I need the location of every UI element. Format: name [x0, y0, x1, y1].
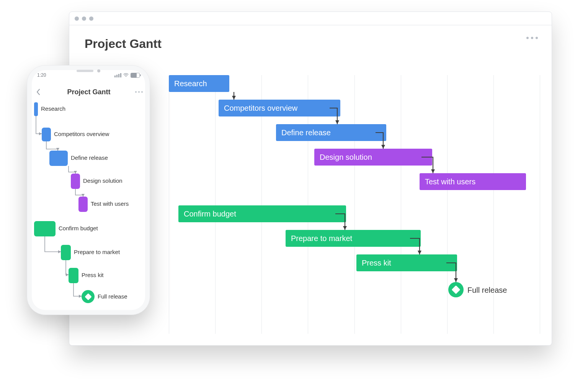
- bar-label: Test with users: [425, 177, 475, 186]
- page-title: Project Gantt: [85, 37, 536, 51]
- chevron-left-icon: [36, 89, 40, 95]
- svg-marker-11: [58, 250, 61, 253]
- bar-label: Prepare to market: [74, 249, 120, 255]
- bar-label: Research: [174, 79, 207, 88]
- gantt-milestone-full-release[interactable]: [82, 290, 95, 303]
- dots-icon: [536, 37, 538, 39]
- dots-icon: [141, 91, 143, 93]
- wifi-icon: [123, 73, 129, 77]
- window-titlebar: [69, 12, 552, 25]
- bar-label: Define release: [281, 128, 331, 137]
- gantt-bar-design-solution[interactable]: [71, 174, 80, 189]
- bar-label: Competitors overview: [54, 131, 109, 137]
- gantt-bar-design-solution[interactable]: Design solution: [314, 149, 432, 166]
- dots-icon: [138, 91, 140, 93]
- svg-marker-1: [335, 120, 339, 124]
- bar-label: Press kit: [362, 259, 391, 267]
- dots-icon: [531, 37, 533, 39]
- gantt-bar-test-users[interactable]: Test with users: [420, 173, 526, 190]
- phone-notch: [77, 69, 100, 72]
- phone-menu-button[interactable]: [135, 91, 143, 93]
- bar-label: Competitors overview: [224, 104, 297, 113]
- bar-label: Define release: [71, 154, 108, 161]
- bar-label: Design solution: [83, 177, 122, 184]
- bar-label: Prepare to market: [291, 234, 352, 243]
- bar-label: Test with users: [91, 200, 129, 207]
- bar-label: Design solution: [320, 153, 372, 162]
- gantt-bars: Research Competitors overview Define rel…: [169, 75, 540, 334]
- bar-label: Press kit: [82, 272, 104, 278]
- gantt-milestone-full-release[interactable]: [448, 282, 464, 297]
- gantt-bar-competitors[interactable]: [42, 128, 51, 141]
- svg-marker-12: [66, 273, 69, 276]
- bar-label: Confirm budget: [184, 210, 236, 218]
- gantt-bar-define-release[interactable]: [49, 151, 68, 166]
- phone-page-title: Project Gantt: [67, 88, 110, 96]
- traffic-light-close[interactable]: [75, 16, 79, 21]
- svg-marker-8: [56, 148, 59, 151]
- gantt-bar-confirm-budget[interactable]: [34, 221, 56, 236]
- svg-marker-13: [79, 295, 82, 298]
- svg-marker-4: [343, 226, 347, 230]
- svg-marker-9: [74, 171, 77, 174]
- gantt-bar-prepare-market[interactable]: Prepare to market: [286, 230, 421, 247]
- milestone-label: Full release: [467, 286, 507, 295]
- gantt-bar-define-release[interactable]: Define release: [276, 124, 386, 141]
- gantt-bar-press-kit[interactable]: [69, 268, 78, 283]
- gantt-bar-research[interactable]: Research: [169, 75, 229, 92]
- svg-marker-3: [431, 169, 435, 173]
- phone-header: Project Gantt: [34, 84, 143, 100]
- svg-marker-0: [232, 96, 236, 100]
- phone-device: 1:20 Project Gantt Research Competitors …: [27, 65, 150, 315]
- back-button[interactable]: [34, 88, 42, 96]
- gantt-bar-research[interactable]: [34, 102, 38, 116]
- bar-label: Research: [41, 105, 65, 112]
- speaker-icon: [77, 70, 93, 72]
- svg-marker-10: [82, 194, 85, 197]
- phone-status-bar: 1:20: [37, 72, 140, 78]
- gantt-chart: Research Competitors overview Define rel…: [169, 75, 540, 334]
- milestone-label: Full release: [98, 293, 127, 300]
- svg-marker-6: [454, 278, 458, 282]
- camera-icon: [97, 69, 100, 72]
- signal-icon: [114, 73, 121, 77]
- dots-icon: [526, 37, 529, 39]
- gantt-bar-test-users[interactable]: [78, 197, 88, 212]
- gantt-bar-press-kit[interactable]: Press kit: [356, 254, 457, 271]
- svg-marker-7: [39, 132, 42, 135]
- status-icons: [114, 73, 140, 78]
- svg-marker-5: [418, 251, 421, 254]
- page-menu-button[interactable]: [526, 37, 538, 39]
- battery-icon: [131, 73, 140, 78]
- dots-icon: [135, 91, 137, 93]
- traffic-light-min[interactable]: [82, 16, 86, 21]
- gantt-bar-confirm-budget[interactable]: Confirm budget: [178, 205, 346, 222]
- gantt-bar-competitors[interactable]: Competitors overview: [219, 100, 340, 116]
- traffic-light-max[interactable]: [89, 16, 93, 21]
- phone-time: 1:20: [37, 72, 46, 78]
- gantt-bar-prepare-market[interactable]: [61, 245, 71, 260]
- phone-gantt: Research Competitors overview Define rel…: [34, 102, 143, 305]
- bar-label: Confirm budget: [59, 225, 98, 231]
- svg-marker-2: [381, 145, 385, 149]
